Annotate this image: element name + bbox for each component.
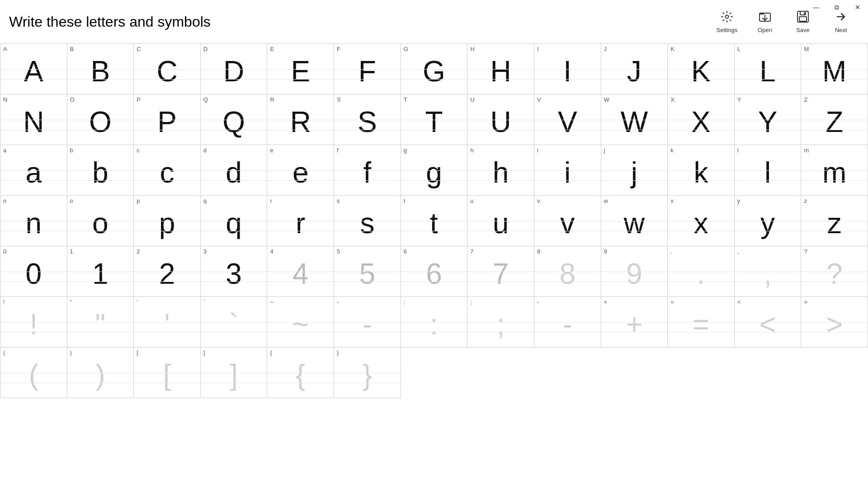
letter-cell[interactable]: --: [334, 297, 401, 347]
letter-cell[interactable]: kk: [668, 145, 735, 196]
letter-cell[interactable]: aa: [0, 145, 67, 196]
letter-cell[interactable]: !!: [0, 297, 67, 347]
letter-cell[interactable]: TT: [401, 94, 468, 145]
letter-cell[interactable]: MM: [801, 44, 868, 94]
letter-cell[interactable]: EE: [267, 44, 334, 94]
letter-cell[interactable]: ~~: [267, 297, 334, 347]
letter-cell[interactable]: KK: [668, 44, 735, 94]
letter-cell[interactable]: bb: [67, 145, 134, 196]
letter-cell[interactable]: nn: [0, 196, 67, 246]
letter-cell[interactable]: ++: [601, 297, 668, 347]
letter-cell[interactable]: ((: [0, 347, 67, 398]
letter-cell[interactable]: 55: [334, 246, 401, 297]
letter-cell[interactable]: 66: [401, 246, 468, 297]
letter-cell[interactable]: 00: [0, 246, 67, 297]
letter-cell[interactable]: GG: [401, 44, 468, 94]
letter-cell[interactable]: YY: [735, 94, 802, 145]
letter-cell[interactable]: PP: [134, 94, 201, 145]
letter-cell[interactable]: )): [67, 347, 134, 398]
letter-cell[interactable]: XX: [668, 94, 735, 145]
letter-cell[interactable]: --: [534, 297, 601, 347]
letter-cell[interactable]: <<: [735, 297, 802, 347]
letter-cell[interactable]: BB: [67, 44, 134, 94]
close-button[interactable]: ✕: [847, 0, 868, 14]
letter-cell[interactable]: UU: [467, 94, 534, 145]
letter-cell[interactable]: '': [134, 297, 201, 347]
letter-cell[interactable]: hh: [467, 145, 534, 196]
letter-cell[interactable]: 88: [534, 246, 601, 297]
letter-cell[interactable]: CC: [134, 44, 201, 94]
cell-label: t: [404, 197, 406, 204]
letter-cell[interactable]: 11: [67, 246, 134, 297]
maximize-button[interactable]: ⧉: [826, 0, 847, 14]
letter-cell[interactable]: ==: [668, 297, 735, 347]
cell-label: V: [537, 96, 541, 103]
letter-cell[interactable]: FF: [334, 44, 401, 94]
letter-cell[interactable]: ww: [601, 196, 668, 246]
letter-cell[interactable]: ``: [201, 297, 268, 347]
letter-cell[interactable]: ff: [334, 145, 401, 196]
letter-cell[interactable]: VV: [534, 94, 601, 145]
letter-cell[interactable]: HH: [467, 44, 534, 94]
letter-cell[interactable]: NN: [0, 94, 67, 145]
letter-cell[interactable]: LL: [735, 44, 802, 94]
letter-cell[interactable]: gg: [401, 145, 468, 196]
letter-cell[interactable]: tt: [401, 196, 468, 246]
cell-char: (: [29, 347, 38, 398]
letter-cell[interactable]: QQ: [201, 94, 268, 145]
cell-label: ): [70, 349, 72, 356]
letter-cell[interactable]: 99: [601, 246, 668, 297]
letter-cell[interactable]: ]]: [201, 347, 268, 398]
letter-cell[interactable]: vv: [534, 196, 601, 246]
letter-cell[interactable]: JJ: [601, 44, 668, 94]
settings-button[interactable]: Settings: [713, 10, 741, 33]
cell-char: s: [360, 196, 374, 246]
letter-cell[interactable]: mm: [801, 145, 868, 196]
letter-cell[interactable]: 33: [201, 246, 268, 297]
letter-cell[interactable]: qq: [201, 196, 268, 246]
letter-cell[interactable]: ll: [735, 145, 802, 196]
letter-cell[interactable]: pp: [134, 196, 201, 246]
letter-cell[interactable]: II: [534, 44, 601, 94]
letter-cell[interactable]: ;;: [467, 297, 534, 347]
letter-cell[interactable]: ,,: [735, 246, 802, 297]
letter-cell[interactable]: ii: [534, 145, 601, 196]
letter-cell[interactable]: AA: [0, 44, 67, 94]
letter-cell[interactable]: uu: [467, 196, 534, 246]
letter-cell[interactable]: 22: [134, 246, 201, 297]
letter-cell[interactable]: RR: [267, 94, 334, 145]
letter-cell[interactable]: OO: [67, 94, 134, 145]
letter-cell[interactable]: ee: [267, 145, 334, 196]
cell-label: j: [604, 147, 605, 154]
cell-label: -: [537, 299, 539, 305]
letter-cell[interactable]: jj: [601, 145, 668, 196]
cell-char: z: [827, 196, 842, 246]
letter-cell[interactable]: [[: [134, 347, 201, 398]
letter-cell[interactable]: "": [67, 297, 134, 347]
letter-cell[interactable]: DD: [201, 44, 268, 94]
minimize-button[interactable]: —: [806, 0, 826, 14]
letter-cell[interactable]: SS: [334, 94, 401, 145]
letter-cell[interactable]: ..: [668, 246, 735, 297]
letter-cell[interactable]: {{: [267, 347, 334, 398]
letter-cell[interactable]: }}: [334, 347, 401, 398]
letter-cell[interactable]: >>: [801, 297, 868, 347]
letter-cell[interactable]: dd: [201, 145, 268, 196]
letter-cell[interactable]: oo: [67, 196, 134, 246]
letter-cell[interactable]: zz: [801, 196, 868, 246]
letter-cell[interactable]: ss: [334, 196, 401, 246]
open-button[interactable]: Open: [751, 10, 778, 33]
letter-cell[interactable]: xx: [668, 196, 735, 246]
cell-char: C: [156, 44, 177, 94]
letter-cell[interactable]: ZZ: [801, 94, 868, 145]
letter-cell[interactable]: cc: [134, 145, 201, 196]
letter-cell[interactable]: 77: [467, 246, 534, 297]
cell-label: S: [337, 96, 341, 103]
letter-cell[interactable]: 44: [267, 246, 334, 297]
letter-cell[interactable]: ??: [801, 246, 868, 297]
letter-cell[interactable]: rr: [267, 196, 334, 246]
letter-cell[interactable]: ::: [401, 297, 468, 347]
letter-cell[interactable]: yy: [735, 196, 802, 246]
letter-cell[interactable]: WW: [601, 94, 668, 145]
cell-label: ": [70, 299, 72, 305]
